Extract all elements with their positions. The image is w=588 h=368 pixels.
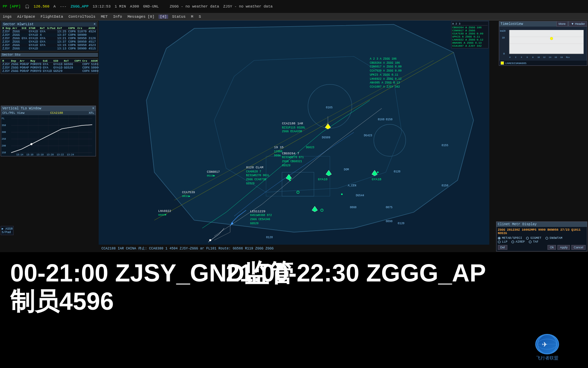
upper-panel-table: R Dep Arr StE STAR NxT S/Pad EnT COPN Cr… (2, 27, 97, 50)
snowtam-radio[interactable] (545, 237, 548, 240)
metar-radio[interactable] (498, 237, 501, 240)
svg-text:0: 0 (503, 52, 505, 55)
svg-text:4: 4 (521, 56, 522, 59)
svg-text:0075: 0075 (386, 206, 393, 209)
menu-ings[interactable]: ings (1, 15, 13, 19)
right-panels: TimelosView km20 10 0 0 2 4 6 8 10 (489, 20, 588, 252)
more-button[interactable]: More (556, 21, 568, 27)
apply-button[interactable]: Apply (557, 245, 570, 250)
cca7539-label: CCA7539 0R31▶ (182, 191, 195, 198)
svg-text:150: 150 (2, 151, 6, 154)
svg-text:13:20: 13:20 (47, 153, 54, 156)
station-label: ZGGG_APP (70, 4, 88, 9)
svg-text:0120: 0120 (398, 222, 405, 225)
cfl-subtile: CFL/PEL View CCA2188 XFL (1, 111, 96, 115)
aircraft-type: A300 (130, 4, 139, 9)
snowtam-label: SNOWTAM (550, 236, 562, 240)
table-row: ZJSYZGGGGYA1D13:13COPNS09004515 (2, 47, 97, 50)
menu-s[interactable]: S (197, 15, 202, 19)
svg-text:ZGGG CBG0321: ZGGG CBG0321 (282, 160, 302, 163)
upper-panel-title: Sector HlwrList × (2, 22, 97, 27)
logo-circle: ✈ (535, 334, 559, 354)
svg-text:0120 CLAM: 0120 CLAM (246, 166, 263, 169)
info-bar: CCA2188 IAR CHINA 停止: CCA8380 1 4504 ZJS… (99, 245, 489, 252)
svg-text:FL: FL (2, 117, 4, 120)
del-button[interactable]: Del (498, 245, 507, 250)
svg-text:300: 300 (2, 131, 6, 134)
svg-text:13:18: 13:18 (36, 153, 44, 156)
metar-text: ZGGG 281230Z 16002MPS 9999 BKN056 27/23 … (498, 228, 586, 235)
llp-radio[interactable] (498, 241, 501, 243)
freq-unit: A (53, 4, 56, 9)
airep-radio[interactable] (511, 241, 514, 243)
svg-text:Min: Min (566, 56, 570, 59)
table-row: ZJSYZGGGGYAGYA1DGYA13:21COPNS09503126 (2, 37, 97, 40)
svg-text:8: 8 (532, 56, 534, 59)
svg-text:10: 10 (537, 56, 540, 59)
weather-panel: Clinet Metr Display ZGGG 281230Z 16002MP… (496, 221, 587, 251)
menu-m[interactable]: M (190, 15, 195, 19)
menu-controltools[interactable]: ControlTools (67, 15, 97, 19)
svg-text:CBG9264 A ZGGG 106: CBG9264 A ZGGG 106 (370, 61, 400, 64)
airep-label: AIREP (516, 240, 525, 244)
lower-panel-table: R Dep Arr Rwy SiE SID NxT COPY Crz ASSR … (2, 59, 110, 73)
svg-text:ZGGG CE5A346: ZGGG CE5A346 (250, 218, 270, 221)
svg-text:✈: ✈ (542, 339, 548, 350)
svg-line-85 (214, 232, 230, 240)
status-panel: ▶ ASSR S/Pad (1, 226, 14, 235)
svg-text:0120: 0120 (266, 236, 273, 239)
menu-status[interactable]: Status (171, 15, 187, 19)
svg-text:LHA6922 A ZGGG 0.12: LHA6922 A ZGGG 0.12 (370, 77, 402, 80)
svg-text:6: 6 (526, 56, 528, 59)
lower-left-panel: R Dep Arr Rwy SiE SID NxT COPY Crz ASSR … (1, 58, 98, 74)
svg-point-14 (30, 143, 32, 145)
svg-text:BZ31P115 0320L: BZ31P115 0320L (282, 126, 306, 129)
svg-text:900m: 900m (274, 154, 281, 157)
upper-left-panel: Sector HlwrList × R Dep Arr StE STAR NxT… (1, 21, 98, 51)
menu-airspace[interactable]: AirSpace (16, 15, 36, 19)
svg-text:200: 200 (2, 144, 6, 147)
cancel-button[interactable]: Cancel (571, 245, 586, 250)
svg-text:A_CEN: A_CEN (348, 184, 356, 187)
svg-text:14: 14 (549, 56, 552, 59)
svg-text:0155: 0155 (442, 144, 448, 147)
svg-point-38 (341, 194, 343, 195)
svg-text:ANA985 A ZGGG 0.13: ANA985 A ZGGG 0.13 (370, 81, 400, 84)
svg-text:CXA0628 7: CXA0628 7 (246, 170, 261, 173)
svg-text:13:24: 13:24 (67, 153, 74, 156)
taf-radio[interactable] (529, 241, 532, 243)
svg-point-115 (550, 37, 553, 40)
svg-text:13:14: 13:14 (16, 153, 23, 156)
svg-text:A 2 3 A ZGGG 106: A 2 3 A ZGGG 106 (370, 57, 397, 60)
svg-text:2: 2 (515, 56, 517, 59)
sigmet-label: SIGMET (530, 236, 541, 240)
svg-text:DG544: DG544 (356, 194, 364, 197)
svg-text:250: 250 (2, 138, 6, 140)
logo-label: 飞行者联盟 (536, 355, 558, 361)
svg-point-37 (289, 180, 291, 181)
radar-area[interactable]: CCA2188 1AR BZ31P115 0320L ZGGG ECAA330 … (99, 20, 489, 252)
ground-label: GND-UNL (143, 4, 159, 9)
table-row: ZJSYZGGGGYA1DGYA13:25COPNS10704524 (2, 30, 97, 34)
menu-info[interactable]: Info (112, 15, 123, 19)
sigmet-radio[interactable] (526, 237, 529, 240)
menu-4[interactable]: [4] (159, 15, 168, 19)
svg-text:CCA7539 A ZGGG 0.09: CCA7539 A ZGGG 0.09 (370, 69, 402, 72)
timelosview-panel: TimelosView km20 10 0 0 2 4 6 8 10 (499, 21, 587, 66)
svg-text:DG423: DG423 (364, 134, 372, 137)
weather-options: METAR/SPECI SIGMET SNOWTAM LLP AIREP TAF (498, 236, 586, 244)
bottom-right-text: 21:00-22:30 ZGGG_AP (226, 259, 486, 287)
table-row: ZJSYZGGGGYA1DGYA13:15COPNS09504523 (2, 44, 97, 47)
svg-text:0165: 0165 (326, 106, 333, 109)
ok-button[interactable]: Ok (548, 245, 556, 250)
timelosview-legend: LHAE923ANA985 (499, 61, 587, 65)
cfl-window: Vertical TLo Window × CFL/PEL View CCA21… (1, 106, 96, 156)
svg-text:ZGGG ECAA330: ZGGG ECAA330 (282, 130, 302, 133)
header-button[interactable]: ▼ Header (569, 21, 587, 27)
weather-buttons: Del Ok Apply Cancel (498, 245, 586, 250)
svg-text:16: 16 (555, 56, 557, 59)
svg-point-87 (209, 239, 211, 241)
menu-messages[interactable]: Messages [0] (126, 15, 156, 19)
menu-flightdata[interactable]: FlightData (39, 15, 64, 19)
menu-met[interactable]: MET (99, 15, 109, 19)
